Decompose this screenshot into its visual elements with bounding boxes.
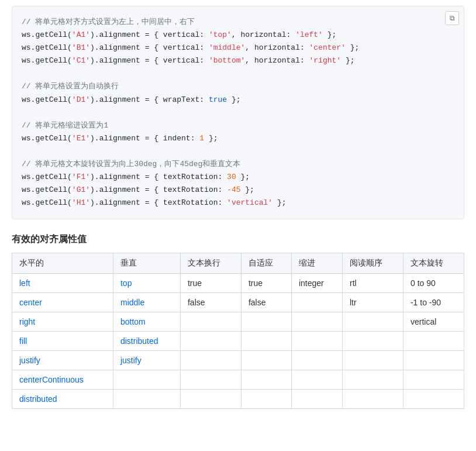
table-cell: justify	[113, 351, 180, 370]
table-row: rightbottomvertical	[12, 312, 464, 332]
table-cell	[241, 312, 291, 332]
section-title: 有效的对齐属性值	[12, 233, 464, 246]
table-cell	[291, 312, 342, 332]
table-cell: middle	[113, 293, 180, 312]
table-cell	[241, 390, 291, 409]
code-line	[22, 67, 440, 80]
table-body: lefttoptruetrueintegerrtl0 to 90centermi…	[12, 274, 464, 409]
table-cell: integer	[291, 274, 342, 293]
table-cell	[113, 370, 180, 390]
table-cell: true	[241, 274, 291, 293]
table-cell	[291, 370, 342, 390]
table-cell	[342, 312, 403, 332]
table-header-cell: 阅读顺序	[342, 253, 403, 274]
table-cell	[291, 390, 342, 409]
code-line: // 将单元格缩进设置为1	[22, 119, 440, 132]
code-line: ws.getCell('E1').alignment = { indent: 1…	[22, 132, 440, 145]
table-cell: true	[180, 274, 241, 293]
code-line: ws.getCell('H1').alignment = { textRotat…	[22, 197, 440, 209]
attributes-table: 水平的垂直文本换行自适应缩进阅读顺序文本旋转 lefttoptruetruein…	[12, 253, 464, 409]
table-cell: false	[180, 293, 241, 312]
table-cell: fill	[12, 332, 113, 351]
table-header-cell: 水平的	[12, 253, 113, 274]
table-cell: distributed	[12, 390, 113, 409]
table-cell	[113, 390, 180, 409]
table-cell	[180, 312, 241, 332]
table-header-cell: 文本旋转	[403, 253, 464, 274]
table-cell	[403, 351, 464, 370]
table-cell	[241, 351, 291, 370]
table-cell: bottom	[113, 312, 180, 332]
table-cell: 0 to 90	[403, 274, 464, 293]
code-lines: // 将单元格对齐方式设置为左上，中间居中，右下ws.getCell('A1')…	[22, 16, 440, 209]
code-line: ws.getCell('A1').alignment = { vertical:…	[22, 29, 440, 42]
table-row: distributed	[12, 390, 464, 409]
table-cell: -1 to -90	[403, 293, 464, 312]
table-cell: vertical	[403, 312, 464, 332]
table-cell	[403, 332, 464, 351]
table-cell	[291, 332, 342, 351]
code-line: ws.getCell('G1').alignment = { textRotat…	[22, 184, 440, 197]
table-header-cell: 文本换行	[180, 253, 241, 274]
table-cell	[403, 370, 464, 390]
table-cell: centerContinuous	[12, 370, 113, 390]
table-header-cell: 垂直	[113, 253, 180, 274]
table-cell	[342, 390, 403, 409]
code-line: ws.getCell('D1').alignment = { wrapText:…	[22, 94, 440, 106]
table-cell	[180, 351, 241, 370]
code-line: // 将单元格文本旋转设置为向上30deg，向下45deg和垂直文本	[22, 158, 440, 171]
table-cell: rtl	[342, 274, 403, 293]
code-line: // 将单元格对齐方式设置为左上，中间居中，右下	[22, 16, 440, 29]
copy-button[interactable]: ⧉	[445, 11, 459, 25]
table-cell: center	[12, 293, 113, 312]
code-block: ⧉ // 将单元格对齐方式设置为左上，中间居中，右下ws.getCell('A1…	[12, 6, 464, 219]
table-cell	[241, 332, 291, 351]
code-line: // 将单元格设置为自动换行	[22, 80, 440, 93]
table-cell: justify	[12, 351, 113, 370]
table-cell	[180, 390, 241, 409]
table-cell	[342, 332, 403, 351]
table-cell	[180, 332, 241, 351]
table-cell	[241, 370, 291, 390]
code-line: ws.getCell('B1').alignment = { vertical:…	[22, 42, 440, 54]
code-line: ws.getCell('F1').alignment = { textRotat…	[22, 171, 440, 184]
table-cell: false	[241, 293, 291, 312]
table-cell	[291, 351, 342, 370]
code-line: ws.getCell('C1').alignment = { vertical:…	[22, 54, 440, 67]
table-header: 水平的垂直文本换行自适应缩进阅读顺序文本旋转	[12, 253, 464, 274]
table-cell: right	[12, 312, 113, 332]
table-cell: left	[12, 274, 113, 293]
table-cell	[342, 351, 403, 370]
code-section: ⧉ // 将单元格对齐方式设置为左上，中间居中，右下ws.getCell('A1…	[12, 6, 464, 219]
table-cell: top	[113, 274, 180, 293]
table-cell	[180, 370, 241, 390]
table-cell	[291, 293, 342, 312]
code-line	[22, 145, 440, 158]
table-cell	[342, 370, 403, 390]
table-row: centerContinuous	[12, 370, 464, 390]
table-row: justifyjustify	[12, 351, 464, 370]
table-header-cell: 缩进	[291, 253, 342, 274]
table-row: centermiddlefalsefalseltr-1 to -90	[12, 293, 464, 312]
table-cell: ltr	[342, 293, 403, 312]
table-row: lefttoptruetrueintegerrtl0 to 90	[12, 274, 464, 293]
table-row: filldistributed	[12, 332, 464, 351]
code-line	[22, 106, 440, 119]
table-header-cell: 自适应	[241, 253, 291, 274]
table-cell	[403, 390, 464, 409]
table-cell: distributed	[113, 332, 180, 351]
